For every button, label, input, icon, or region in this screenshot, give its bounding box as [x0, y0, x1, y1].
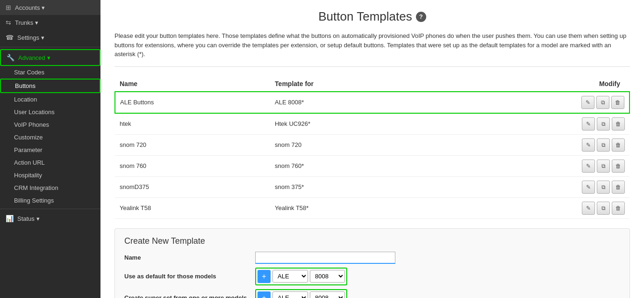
sidebar-item-status[interactable]: 📊 Status ▾	[0, 211, 100, 226]
name-input[interactable]	[255, 252, 395, 264]
row-name: snomD375	[115, 176, 270, 197]
default-brand-select[interactable]: ALEhteksnomYealink	[272, 270, 308, 283]
settings-chevron: ▾	[41, 34, 44, 41]
edit-button[interactable]: ✎	[582, 202, 595, 215]
row-name: Yealink T58	[115, 197, 270, 218]
divider2	[0, 209, 100, 209]
col-name: Name	[115, 76, 270, 92]
sidebar-item-crm-integration[interactable]: CRM Integration	[0, 182, 100, 194]
delete-button[interactable]: 🗑	[612, 181, 625, 194]
row-name: ALE Buttons	[115, 92, 270, 113]
accounts-chevron: ▾	[42, 4, 45, 11]
sidebar-item-user-locations[interactable]: User Locations	[0, 106, 100, 118]
sidebar-item-advanced[interactable]: 🔧 Advanced ▾	[0, 49, 100, 66]
page-description: Please edit your button templates here. …	[114, 31, 630, 67]
row-template: snom 375*	[270, 176, 442, 197]
table-row: snom 760snom 760*✎⧉🗑	[115, 155, 630, 176]
main-content: Button Templates ? Please edit your butt…	[100, 0, 644, 298]
col-modify: Modify	[442, 76, 630, 92]
sidebar-item-star-codes[interactable]: Star Codes	[0, 66, 100, 79]
table-row: htekHtek UC926*✎⧉🗑	[115, 113, 630, 135]
trunks-icon: ⇆	[6, 19, 11, 26]
sidebar-item-parameter[interactable]: Parameter	[0, 144, 100, 156]
create-title: Create New Template	[124, 236, 620, 246]
superset-brand-select[interactable]: ALEhteksnomYealink	[272, 291, 308, 298]
modify-cell: ✎⧉🗑	[446, 181, 625, 194]
sidebar-item-voip-phones[interactable]: VoIP Phones	[0, 118, 100, 131]
add-default-row-button[interactable]: +	[258, 270, 271, 283]
copy-button[interactable]: ⧉	[597, 117, 610, 131]
row-modify: ✎⧉🗑	[442, 113, 630, 135]
wrench-icon: 🔧	[7, 54, 14, 61]
row-name: snom 760	[115, 155, 270, 176]
modify-cell: ✎⧉🗑	[446, 160, 625, 173]
table-row: ALE ButtonsALE 8008*✎⧉🗑	[115, 92, 630, 113]
row-template: Htek UC926*	[270, 113, 442, 135]
sidebar-item-buttons[interactable]: Buttons	[0, 79, 100, 93]
copy-button[interactable]: ⧉	[597, 160, 610, 173]
status-icon: 📊	[6, 215, 14, 222]
delete-button[interactable]: 🗑	[612, 160, 625, 173]
sidebar-item-customize[interactable]: Customize	[0, 131, 100, 144]
grid-icon: ⊞	[6, 4, 11, 11]
sidebar-item-action-url[interactable]: Action URL	[0, 156, 100, 169]
sidebar-item-hospitality[interactable]: Hospitality	[0, 169, 100, 182]
edit-button[interactable]: ✎	[582, 160, 595, 173]
edit-button[interactable]: ✎	[582, 181, 595, 194]
table-row: snom 720snom 720✎⧉🗑	[115, 134, 630, 155]
delete-button[interactable]: 🗑	[612, 202, 625, 215]
modify-cell: ✎⧉🗑	[446, 138, 625, 152]
row-modify: ✎⧉🗑	[442, 134, 630, 155]
row-modify: ✎⧉🗑	[442, 176, 630, 197]
name-controls	[255, 252, 395, 264]
template-table: Name Template for Modify ALE ButtonsALE …	[114, 76, 630, 219]
divider1	[0, 47, 100, 47]
default-model-group: + ALEhteksnomYealink 8008UC926720760D375…	[255, 268, 347, 285]
table-row: snomD375snom 375*✎⧉🗑	[115, 176, 630, 197]
sidebar-item-location[interactable]: Location	[0, 93, 100, 106]
page-title: Button Templates ?	[114, 9, 630, 24]
status-chevron: ▾	[36, 215, 40, 222]
sidebar-item-settings[interactable]: ☎ Settings ▾	[0, 30, 100, 45]
row-modify: ✎⧉🗑	[442, 92, 630, 113]
row-template: Yealink T58*	[270, 197, 442, 218]
default-number-select[interactable]: 8008UC926720760D375T58	[310, 270, 345, 283]
delete-button[interactable]: 🗑	[612, 117, 625, 131]
sidebar-item-trunks[interactable]: ⇆ Trunks ▾	[0, 15, 100, 30]
copy-button[interactable]: ⧉	[597, 202, 610, 215]
create-section: Create New Template Name Use as default …	[114, 228, 630, 298]
edit-button[interactable]: ✎	[581, 96, 594, 109]
row-modify: ✎⧉🗑	[442, 155, 630, 176]
modify-cell: ✎⧉🗑	[446, 117, 625, 131]
row-name: htek	[115, 113, 270, 135]
modify-cell: ✎⧉🗑	[446, 96, 624, 109]
sidebar: ⊞ Accounts ▾ ⇆ Trunks ▾ ☎ Settings ▾ 🔧 A…	[0, 0, 100, 298]
row-name: snom 720	[115, 134, 270, 155]
copy-button[interactable]: ⧉	[597, 138, 610, 152]
delete-button[interactable]: 🗑	[612, 138, 625, 152]
default-models-row: Use as default for those models + ALEhte…	[124, 268, 620, 285]
superset-row: Create super set from one or more models…	[124, 289, 620, 298]
superset-model-group: + ALEhteksnomYealink 8008UC926720760D375…	[255, 289, 347, 298]
add-superset-row-button[interactable]: +	[258, 291, 271, 298]
row-template: snom 720	[270, 134, 442, 155]
superset-number-select[interactable]: 8008UC926720760D375T58	[310, 291, 345, 298]
modify-cell: ✎⧉🗑	[446, 202, 625, 215]
copy-button[interactable]: ⧉	[597, 181, 610, 194]
settings-icon: ☎	[6, 34, 14, 41]
advanced-chevron: ▾	[47, 54, 50, 61]
delete-button[interactable]: 🗑	[611, 96, 624, 109]
edit-button[interactable]: ✎	[582, 138, 595, 152]
copy-button[interactable]: ⧉	[596, 96, 609, 109]
help-icon[interactable]: ?	[416, 12, 426, 22]
col-template: Template for	[270, 76, 442, 92]
name-label: Name	[124, 254, 255, 261]
table-row: Yealink T58Yealink T58*✎⧉🗑	[115, 197, 630, 218]
sidebar-item-accounts[interactable]: ⊞ Accounts ▾	[0, 0, 100, 15]
row-template: ALE 8008*	[270, 92, 442, 113]
sidebar-item-billing-settings[interactable]: Billing Settings	[0, 194, 100, 207]
row-template: snom 760*	[270, 155, 442, 176]
edit-button[interactable]: ✎	[582, 117, 595, 131]
trunks-chevron: ▾	[35, 19, 38, 26]
name-row: Name	[124, 252, 620, 264]
